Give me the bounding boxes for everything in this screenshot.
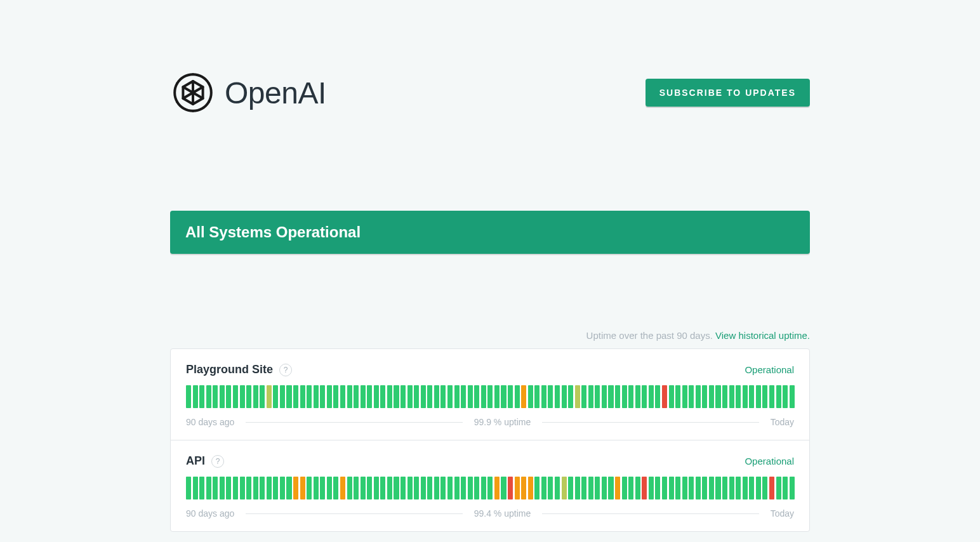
uptime-day-bar[interactable] [655, 385, 660, 408]
uptime-day-bar[interactable] [320, 477, 325, 499]
uptime-day-bar[interactable] [307, 477, 312, 499]
uptime-day-bar[interactable] [521, 477, 526, 499]
uptime-day-bar[interactable] [226, 477, 231, 499]
uptime-day-bar[interactable] [374, 477, 379, 499]
uptime-day-bar[interactable] [588, 385, 593, 408]
uptime-day-bar[interactable] [776, 385, 781, 408]
uptime-day-bar[interactable] [320, 385, 325, 408]
uptime-day-bar[interactable] [307, 385, 312, 408]
uptime-day-bar[interactable] [743, 385, 748, 408]
uptime-day-bar[interactable] [380, 385, 385, 408]
uptime-day-bar[interactable] [762, 385, 767, 408]
uptime-day-bar[interactable] [414, 385, 419, 408]
uptime-day-bar[interactable] [394, 385, 399, 408]
uptime-day-bar[interactable] [427, 477, 432, 499]
uptime-day-bar[interactable] [327, 477, 332, 499]
uptime-day-bar[interactable] [354, 477, 359, 499]
uptime-day-bar[interactable] [267, 477, 272, 499]
uptime-day-bar[interactable] [575, 477, 580, 499]
uptime-day-bar[interactable] [213, 477, 218, 499]
uptime-day-bar[interactable] [394, 477, 399, 499]
uptime-day-bar[interactable] [280, 385, 285, 408]
uptime-day-bar[interactable] [649, 385, 654, 408]
uptime-day-bar[interactable] [635, 385, 640, 408]
uptime-day-bar[interactable] [434, 385, 439, 408]
uptime-day-bar[interactable] [669, 477, 674, 499]
uptime-day-bar[interactable] [494, 385, 500, 408]
uptime-day-bar[interactable] [347, 477, 352, 499]
uptime-day-bar[interactable] [267, 385, 272, 408]
uptime-day-bar[interactable] [286, 385, 291, 408]
uptime-day-bar[interactable] [407, 477, 413, 499]
uptime-day-bar[interactable] [669, 385, 674, 408]
uptime-day-bar[interactable] [280, 477, 285, 499]
uptime-day-bar[interactable] [233, 477, 238, 499]
uptime-day-bar[interactable] [481, 385, 486, 408]
uptime-day-bar[interactable] [508, 477, 513, 499]
uptime-day-bar[interactable] [776, 477, 781, 499]
uptime-day-bar[interactable] [300, 385, 305, 408]
uptime-day-bar[interactable] [447, 477, 453, 499]
uptime-day-bar[interactable] [534, 385, 540, 408]
uptime-day-bar[interactable] [193, 477, 198, 499]
uptime-day-bar[interactable] [662, 477, 667, 499]
uptime-day-bar[interactable] [273, 477, 278, 499]
help-icon[interactable]: ? [211, 455, 224, 468]
uptime-day-bar[interactable] [595, 385, 600, 408]
uptime-day-bar[interactable] [709, 385, 714, 408]
uptime-day-bar[interactable] [689, 477, 694, 499]
uptime-day-bar[interactable] [729, 385, 734, 408]
uptime-day-bar[interactable] [474, 385, 479, 408]
uptime-day-bar[interactable] [562, 477, 567, 499]
uptime-day-bar[interactable] [333, 477, 338, 499]
uptime-day-bar[interactable] [783, 477, 788, 499]
uptime-day-bar[interactable] [253, 385, 258, 408]
uptime-day-bar[interactable] [521, 385, 526, 408]
uptime-day-bar[interactable] [508, 385, 513, 408]
uptime-day-bar[interactable] [454, 385, 460, 408]
uptime-day-bar[interactable] [715, 385, 720, 408]
uptime-day-bar[interactable] [327, 385, 332, 408]
uptime-day-bar[interactable] [581, 385, 586, 408]
uptime-day-bar[interactable] [421, 385, 426, 408]
uptime-day-bar[interactable] [447, 385, 453, 408]
uptime-day-bar[interactable] [709, 477, 714, 499]
uptime-day-bar[interactable] [260, 385, 265, 408]
uptime-day-bar[interactable] [602, 385, 607, 408]
uptime-day-bar[interactable] [481, 477, 486, 499]
uptime-day-bar[interactable] [528, 477, 533, 499]
uptime-day-bar[interactable] [233, 385, 238, 408]
uptime-day-bar[interactable] [220, 477, 225, 499]
uptime-day-bar[interactable] [494, 477, 500, 499]
uptime-day-bar[interactable] [293, 385, 298, 408]
uptime-day-bar[interactable] [769, 477, 774, 499]
uptime-day-bar[interactable] [260, 477, 265, 499]
uptime-day-bar[interactable] [749, 385, 754, 408]
uptime-day-bar[interactable] [790, 477, 795, 499]
uptime-day-bar[interactable] [736, 477, 741, 499]
uptime-day-bar[interactable] [199, 477, 204, 499]
uptime-day-bar[interactable] [722, 477, 727, 499]
uptime-day-bar[interactable] [253, 477, 258, 499]
uptime-day-bar[interactable] [622, 385, 627, 408]
uptime-day-bar[interactable] [401, 477, 406, 499]
uptime-day-bar[interactable] [186, 385, 191, 408]
uptime-day-bar[interactable] [220, 385, 225, 408]
uptime-day-bar[interactable] [461, 477, 466, 499]
uptime-day-bar[interactable] [534, 477, 540, 499]
uptime-day-bar[interactable] [743, 477, 748, 499]
uptime-day-bar[interactable] [722, 385, 727, 408]
uptime-day-bar[interactable] [387, 385, 392, 408]
uptime-day-bar[interactable] [649, 477, 654, 499]
help-icon[interactable]: ? [279, 364, 292, 376]
uptime-day-bar[interactable] [675, 477, 680, 499]
uptime-day-bar[interactable] [568, 477, 573, 499]
uptime-day-bar[interactable] [635, 477, 640, 499]
uptime-day-bar[interactable] [246, 385, 251, 408]
uptime-day-bar[interactable] [562, 385, 567, 408]
uptime-day-bar[interactable] [421, 477, 426, 499]
uptime-day-bar[interactable] [622, 477, 627, 499]
uptime-day-bar[interactable] [347, 385, 352, 408]
uptime-day-bar[interactable] [367, 477, 372, 499]
uptime-day-bar[interactable] [300, 477, 305, 499]
